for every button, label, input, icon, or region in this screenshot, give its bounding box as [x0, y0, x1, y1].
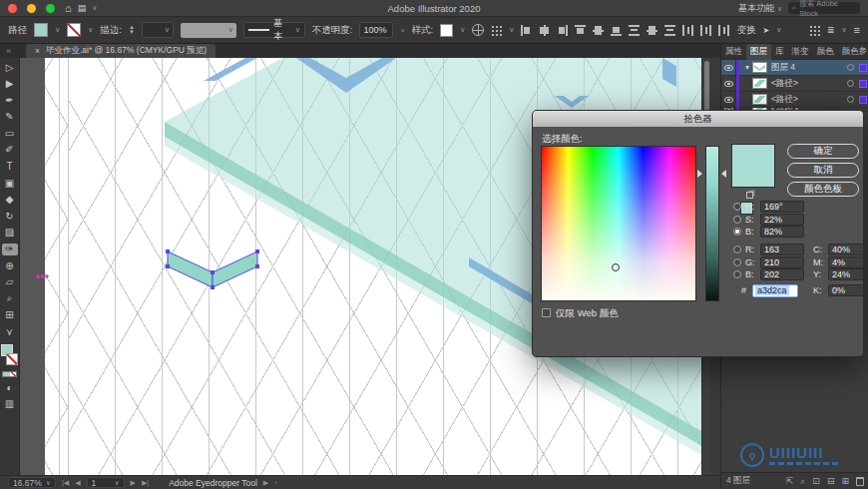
tab-color-guide[interactable]: 颜色参: [838, 44, 868, 60]
status-back-icon[interactable]: ‹: [274, 479, 276, 486]
target-circle-icon[interactable]: [847, 96, 854, 103]
eyedropper-tool[interactable]: ✑: [2, 244, 18, 255]
screen-mode-icon[interactable]: ▥: [2, 398, 18, 410]
opacity-chevron-icon[interactable]: >: [400, 27, 404, 34]
document-tab[interactable]: × 毕业作业.ai* @ 16.67% (CMYK/GPU 预览): [26, 44, 216, 58]
b-radio[interactable]: [733, 228, 741, 236]
brush-definition-dropdown[interactable]: ∨: [181, 23, 236, 38]
shape-builder-tool[interactable]: ◆: [2, 194, 18, 206]
curvature-tool[interactable]: ✎: [2, 111, 18, 123]
distribute-horizontal-icon[interactable]: [700, 25, 711, 36]
layer-row[interactable]: ▼ 图层 4: [721, 60, 868, 76]
distribute-bottom-icon[interactable]: [664, 25, 675, 36]
dialog-title[interactable]: 拾色器: [533, 111, 863, 127]
direct-selection-tool[interactable]: ▷: [2, 61, 18, 73]
ok-button[interactable]: 确定: [787, 144, 859, 159]
layer-row[interactable]: <路径>: [721, 76, 868, 92]
tab-layers[interactable]: 图层: [746, 44, 771, 60]
status-play-icon[interactable]: ▶: [263, 479, 268, 487]
distribute-center-icon[interactable]: [647, 25, 657, 36]
first-artboard-icon[interactable]: |◀: [62, 479, 69, 487]
b-field[interactable]: 82%: [760, 226, 804, 238]
selection-square[interactable]: [859, 96, 867, 104]
hex-input[interactable]: a3d2ca: [752, 284, 798, 297]
options-chevron-icon[interactable]: ∨: [841, 26, 846, 34]
pointer-chevron-icon[interactable]: ∨: [776, 26, 781, 34]
layer-name[interactable]: <路径>: [771, 78, 798, 90]
style-swatch[interactable]: [440, 24, 453, 37]
selection-square[interactable]: [859, 80, 867, 88]
align-middle-icon[interactable]: [593, 25, 604, 36]
distribute-right-icon[interactable]: [718, 25, 729, 36]
cancel-button[interactable]: 取消: [787, 163, 859, 178]
slider-arrow-right-icon[interactable]: [721, 170, 726, 178]
transform-label[interactable]: 变换: [736, 24, 755, 37]
selection-square[interactable]: [859, 64, 867, 72]
b2-field[interactable]: 202: [760, 268, 804, 280]
visibility-toggle[interactable]: [721, 92, 736, 108]
grid-chevron-icon[interactable]: ∨: [509, 26, 514, 34]
align-top-icon[interactable]: [575, 25, 586, 36]
fill-stroke-indicator[interactable]: [1, 344, 19, 366]
tab-properties[interactable]: 属性: [721, 44, 746, 60]
tab-gradient[interactable]: 渐变: [788, 44, 813, 60]
prev-artboard-icon[interactable]: ◀: [75, 479, 80, 487]
rotate-tool[interactable]: ↻: [2, 210, 18, 222]
minimize-window-button[interactable]: [27, 4, 36, 13]
recolor-artwork-icon[interactable]: [472, 24, 484, 36]
home-icon[interactable]: ⌂: [65, 0, 72, 17]
align-center-icon[interactable]: [539, 25, 550, 36]
document-close-icon[interactable]: ×: [35, 46, 40, 56]
style-chevron-icon[interactable]: ∨: [460, 26, 465, 34]
c-field[interactable]: 40%: [828, 244, 864, 255]
distribute-vertical-icon[interactable]: [629, 25, 640, 36]
rectangle-tool[interactable]: ▭: [2, 127, 18, 139]
b2-radio[interactable]: [733, 270, 741, 278]
new-layer-icon[interactable]: ⊞: [841, 476, 849, 486]
toolbar-stroke-swatch[interactable]: [6, 353, 18, 365]
pointer-options-icon[interactable]: ➤: [762, 22, 769, 39]
color-swatches-button[interactable]: 颜色色板: [787, 182, 859, 197]
layer-name[interactable]: <路径>: [771, 94, 798, 106]
hand-tool[interactable]: ⊞: [2, 309, 18, 321]
fill-chevron-icon[interactable]: ∨: [55, 26, 60, 34]
make-mask-icon[interactable]: ⊡: [812, 476, 820, 486]
next-artboard-icon[interactable]: ▶: [131, 479, 136, 487]
expand-chevron-icon[interactable]: ▼: [742, 64, 752, 71]
drawing-modes-icon[interactable]: ◐: [2, 381, 18, 393]
opacity-label[interactable]: 不透明度:: [312, 24, 353, 37]
align-left-icon[interactable]: [521, 25, 532, 36]
slider-arrow-left-icon[interactable]: [697, 170, 702, 178]
h-field[interactable]: 169°: [760, 201, 804, 213]
stroke-chevron-icon[interactable]: ∨: [88, 26, 93, 34]
tab-libraries[interactable]: 库: [771, 44, 788, 60]
visibility-toggle[interactable]: [721, 76, 736, 92]
fill-color-swatch[interactable]: [34, 23, 48, 37]
web-warning-cube-icon[interactable]: [746, 192, 753, 199]
layer-row[interactable]: <路径>: [721, 92, 868, 108]
last-artboard-icon[interactable]: ▶|: [142, 479, 149, 487]
panel-menu-icon[interactable]: ≡: [854, 22, 860, 39]
pen-tool[interactable]: ✒: [2, 94, 18, 106]
m-field[interactable]: 4%: [828, 256, 864, 268]
align-bottom-icon[interactable]: [611, 25, 622, 36]
zoom-tool[interactable]: ⌕: [2, 292, 18, 304]
workspace-switcher[interactable]: 基本功能 ∨: [738, 2, 782, 15]
selection-tool[interactable]: ▶: [2, 78, 18, 90]
search-input[interactable]: ⌕ 搜索 Adobe Stock: [788, 2, 860, 14]
h-radio[interactable]: [733, 203, 741, 211]
delete-layer-icon[interactable]: [856, 477, 864, 486]
k-field[interactable]: 0%: [828, 284, 864, 296]
r-field[interactable]: 163: [760, 244, 804, 255]
zoom-window-button[interactable]: [46, 4, 55, 13]
stroke-weight-stepper[interactable]: ▲▼: [129, 25, 135, 35]
g-field[interactable]: 210: [760, 256, 804, 268]
r-radio[interactable]: [733, 245, 741, 253]
type-tool[interactable]: T: [2, 161, 18, 173]
color-field-marker[interactable]: [612, 263, 620, 271]
gradient-tool[interactable]: ▨: [2, 227, 18, 239]
s-radio[interactable]: [733, 216, 741, 224]
layer-name[interactable]: 图层 4: [771, 62, 795, 74]
web-only-checkbox[interactable]: [542, 308, 551, 317]
target-circle-icon[interactable]: [847, 64, 854, 71]
